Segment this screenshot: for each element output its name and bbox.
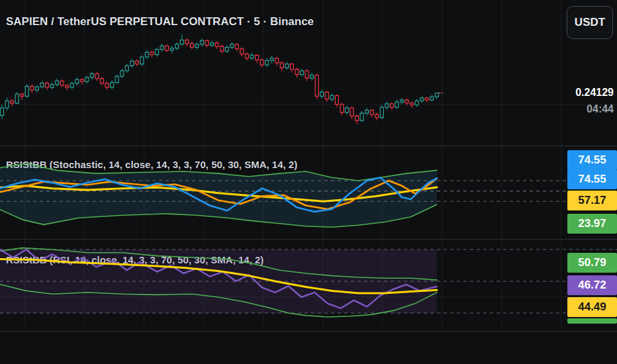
indicator-value-label: 23.97 [567,214,617,234]
indicator-value-label: 57.17 [567,191,617,210]
bar-countdown-label: 04:44 [587,103,614,115]
indicator-value-label: 50.79 [567,253,617,273]
indicator-value-label: 74.55 [567,150,617,170]
last-candle-ellipsis: ‥ [438,87,444,95]
trading-chart-window: SAPIEN / TetherUS PERPETUAL CONTRACT · 5… [0,0,617,364]
chart-canvas[interactable] [0,0,617,364]
time-axis[interactable]: 23:002001:0002:0003:0004:0005:0006:0007:… [0,332,617,364]
indicator-value-label: 46.72 [567,275,617,295]
indicator-value-label: 44.49 [567,297,617,317]
indicator-value-label: 74.55 [567,169,617,189]
last-price-label: 0.24129 [575,87,614,99]
indicator-value-label [567,318,617,324]
currency-usdt-button[interactable]: USDT [567,6,613,39]
